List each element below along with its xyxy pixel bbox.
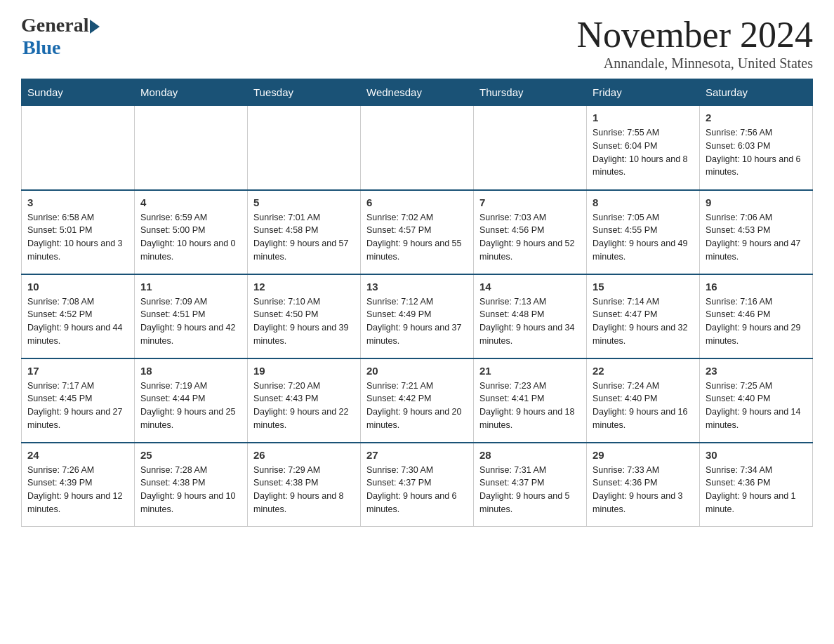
day-number: 10 xyxy=(27,281,128,293)
calendar-cell: 11Sunrise: 7:09 AM Sunset: 4:51 PM Dayli… xyxy=(135,274,248,358)
day-info: Sunrise: 7:14 AM Sunset: 4:47 PM Dayligh… xyxy=(593,295,694,348)
calendar-cell: 22Sunrise: 7:24 AM Sunset: 4:40 PM Dayli… xyxy=(587,358,700,443)
calendar-cell: 3Sunrise: 6:58 AM Sunset: 5:01 PM Daylig… xyxy=(22,190,135,274)
day-number: 26 xyxy=(253,449,355,461)
day-number: 21 xyxy=(479,365,581,377)
day-info: Sunrise: 7:21 AM Sunset: 4:42 PM Dayligh… xyxy=(366,380,468,432)
day-number: 14 xyxy=(479,281,581,293)
day-of-week-header: Tuesday xyxy=(248,79,361,106)
day-info: Sunrise: 7:08 AM Sunset: 4:52 PM Dayligh… xyxy=(27,295,128,348)
page-header: General Blue November 2024 Annandale, Mi… xyxy=(21,14,813,72)
calendar-week-row: 1Sunrise: 7:55 AM Sunset: 6:04 PM Daylig… xyxy=(22,106,813,190)
calendar-cell xyxy=(474,106,587,190)
calendar-cell: 26Sunrise: 7:29 AM Sunset: 4:38 PM Dayli… xyxy=(248,443,361,527)
calendar-week-row: 10Sunrise: 7:08 AM Sunset: 4:52 PM Dayli… xyxy=(22,274,813,358)
day-of-week-header: Friday xyxy=(587,79,700,106)
month-title: November 2024 xyxy=(577,14,813,55)
day-number: 2 xyxy=(706,112,807,123)
calendar-cell: 13Sunrise: 7:12 AM Sunset: 4:49 PM Dayli… xyxy=(361,274,474,358)
day-info: Sunrise: 7:30 AM Sunset: 4:37 PM Dayligh… xyxy=(366,464,468,516)
day-info: Sunrise: 7:12 AM Sunset: 4:49 PM Dayligh… xyxy=(366,295,468,348)
day-info: Sunrise: 7:09 AM Sunset: 4:51 PM Dayligh… xyxy=(140,295,241,348)
day-number: 13 xyxy=(366,281,468,293)
calendar-cell xyxy=(135,106,248,190)
logo-general-text: General xyxy=(21,14,88,36)
day-info: Sunrise: 7:33 AM Sunset: 4:36 PM Dayligh… xyxy=(593,464,694,516)
day-number: 4 xyxy=(140,196,241,208)
day-info: Sunrise: 7:05 AM Sunset: 4:55 PM Dayligh… xyxy=(593,211,694,264)
calendar-cell: 2Sunrise: 7:56 AM Sunset: 6:03 PM Daylig… xyxy=(700,106,813,190)
calendar-cell: 1Sunrise: 7:55 AM Sunset: 6:04 PM Daylig… xyxy=(587,106,700,190)
day-info: Sunrise: 7:23 AM Sunset: 4:41 PM Dayligh… xyxy=(479,380,581,432)
calendar-week-row: 3Sunrise: 6:58 AM Sunset: 5:01 PM Daylig… xyxy=(22,190,813,274)
day-number: 23 xyxy=(706,365,807,377)
day-info: Sunrise: 7:26 AM Sunset: 4:39 PM Dayligh… xyxy=(27,464,128,516)
day-number: 15 xyxy=(593,281,694,293)
calendar-cell: 15Sunrise: 7:14 AM Sunset: 4:47 PM Dayli… xyxy=(587,274,700,358)
day-number: 1 xyxy=(593,112,694,123)
day-info: Sunrise: 7:16 AM Sunset: 4:46 PM Dayligh… xyxy=(706,295,807,348)
day-info: Sunrise: 7:34 AM Sunset: 4:36 PM Dayligh… xyxy=(706,464,807,516)
day-info: Sunrise: 7:13 AM Sunset: 4:48 PM Dayligh… xyxy=(479,295,581,348)
day-number: 19 xyxy=(253,365,355,377)
day-number: 7 xyxy=(479,196,581,208)
calendar-cell: 4Sunrise: 6:59 AM Sunset: 5:00 PM Daylig… xyxy=(135,190,248,274)
day-info: Sunrise: 7:25 AM Sunset: 4:40 PM Dayligh… xyxy=(706,380,807,432)
day-info: Sunrise: 7:20 AM Sunset: 4:43 PM Dayligh… xyxy=(253,380,355,432)
day-of-week-header: Monday xyxy=(135,79,248,106)
day-number: 28 xyxy=(479,449,581,461)
calendar-cell: 23Sunrise: 7:25 AM Sunset: 4:40 PM Dayli… xyxy=(700,358,813,443)
calendar-cell: 30Sunrise: 7:34 AM Sunset: 4:36 PM Dayli… xyxy=(700,443,813,527)
logo-arrow-icon xyxy=(90,20,100,34)
calendar-cell: 8Sunrise: 7:05 AM Sunset: 4:55 PM Daylig… xyxy=(587,190,700,274)
day-info: Sunrise: 7:29 AM Sunset: 4:38 PM Dayligh… xyxy=(253,464,355,516)
title-section: November 2024 Annandale, Minnesota, Unit… xyxy=(577,14,813,72)
day-number: 22 xyxy=(593,365,694,377)
day-number: 24 xyxy=(27,449,128,461)
day-info: Sunrise: 7:24 AM Sunset: 4:40 PM Dayligh… xyxy=(593,380,694,432)
day-number: 6 xyxy=(366,196,468,208)
calendar-cell: 25Sunrise: 7:28 AM Sunset: 4:38 PM Dayli… xyxy=(135,443,248,527)
day-info: Sunrise: 7:06 AM Sunset: 4:53 PM Dayligh… xyxy=(706,211,807,264)
calendar-cell: 7Sunrise: 7:03 AM Sunset: 4:56 PM Daylig… xyxy=(474,190,587,274)
calendar-cell xyxy=(248,106,361,190)
day-of-week-header: Wednesday xyxy=(361,79,474,106)
calendar-cell: 21Sunrise: 7:23 AM Sunset: 4:41 PM Dayli… xyxy=(474,358,587,443)
day-info: Sunrise: 6:58 AM Sunset: 5:01 PM Dayligh… xyxy=(27,211,128,264)
calendar-cell: 6Sunrise: 7:02 AM Sunset: 4:57 PM Daylig… xyxy=(361,190,474,274)
day-info: Sunrise: 7:31 AM Sunset: 4:37 PM Dayligh… xyxy=(479,464,581,516)
calendar-cell: 19Sunrise: 7:20 AM Sunset: 4:43 PM Dayli… xyxy=(248,358,361,443)
day-number: 8 xyxy=(593,196,694,208)
day-number: 5 xyxy=(253,196,355,208)
day-info: Sunrise: 6:59 AM Sunset: 5:00 PM Dayligh… xyxy=(140,211,241,264)
day-info: Sunrise: 7:03 AM Sunset: 4:56 PM Dayligh… xyxy=(479,211,581,264)
logo-blue-text: Blue xyxy=(22,36,60,59)
day-number: 20 xyxy=(366,365,468,377)
calendar-table: SundayMondayTuesdayWednesdayThursdayFrid… xyxy=(21,79,813,527)
calendar-cell: 17Sunrise: 7:17 AM Sunset: 4:45 PM Dayli… xyxy=(22,358,135,443)
calendar-cell: 10Sunrise: 7:08 AM Sunset: 4:52 PM Dayli… xyxy=(22,274,135,358)
calendar-cell: 9Sunrise: 7:06 AM Sunset: 4:53 PM Daylig… xyxy=(700,190,813,274)
calendar-cell: 20Sunrise: 7:21 AM Sunset: 4:42 PM Dayli… xyxy=(361,358,474,443)
calendar-cell: 16Sunrise: 7:16 AM Sunset: 4:46 PM Dayli… xyxy=(700,274,813,358)
day-info: Sunrise: 7:56 AM Sunset: 6:03 PM Dayligh… xyxy=(706,126,807,179)
day-number: 3 xyxy=(27,196,128,208)
day-info: Sunrise: 7:28 AM Sunset: 4:38 PM Dayligh… xyxy=(140,464,241,516)
calendar-cell: 14Sunrise: 7:13 AM Sunset: 4:48 PM Dayli… xyxy=(474,274,587,358)
calendar-cell: 27Sunrise: 7:30 AM Sunset: 4:37 PM Dayli… xyxy=(361,443,474,527)
calendar-week-row: 24Sunrise: 7:26 AM Sunset: 4:39 PM Dayli… xyxy=(22,443,813,527)
day-number: 30 xyxy=(706,449,807,461)
day-number: 12 xyxy=(253,281,355,293)
day-number: 29 xyxy=(593,449,694,461)
day-info: Sunrise: 7:19 AM Sunset: 4:44 PM Dayligh… xyxy=(140,380,241,432)
calendar-cell: 24Sunrise: 7:26 AM Sunset: 4:39 PM Dayli… xyxy=(22,443,135,527)
calendar-cell: 5Sunrise: 7:01 AM Sunset: 4:58 PM Daylig… xyxy=(248,190,361,274)
day-number: 25 xyxy=(140,449,241,461)
day-number: 9 xyxy=(706,196,807,208)
day-of-week-header: Thursday xyxy=(474,79,587,106)
day-number: 11 xyxy=(140,281,241,293)
day-info: Sunrise: 7:10 AM Sunset: 4:50 PM Dayligh… xyxy=(253,295,355,348)
calendar-cell: 18Sunrise: 7:19 AM Sunset: 4:44 PM Dayli… xyxy=(135,358,248,443)
calendar-cell xyxy=(22,106,135,190)
day-number: 17 xyxy=(27,365,128,377)
